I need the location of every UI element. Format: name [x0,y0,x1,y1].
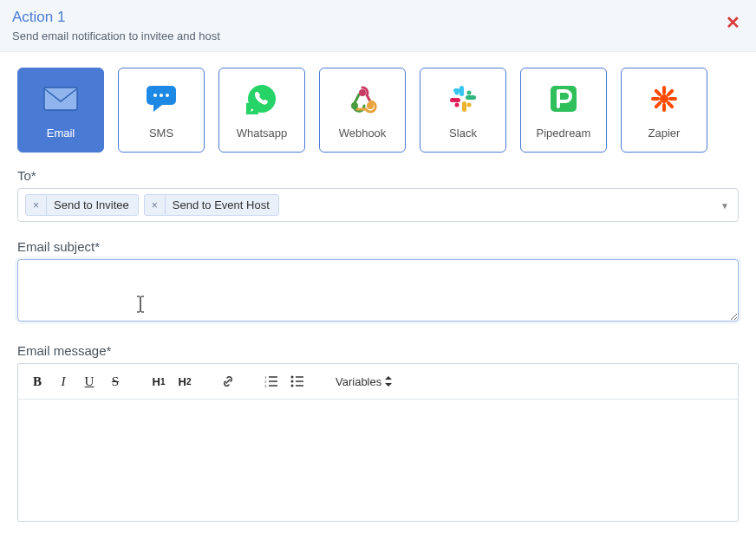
chip-label: Send to Event Host [166,195,278,215]
to-input[interactable]: × Send to Invitee × Send to Event Host ▼ [17,188,739,222]
strike-button[interactable]: S [103,369,127,393]
chip-remove-icon[interactable]: × [26,196,47,215]
svg-point-3 [160,94,163,97]
channel-email[interactable]: Email [17,68,104,153]
svg-rect-19 [662,103,666,112]
channel-label: Zapier [648,127,681,140]
recipient-chip-host: × Send to Event Host [144,194,279,216]
close-icon[interactable]: ✕ [726,14,740,31]
sms-icon [144,81,179,116]
svg-point-35 [291,385,294,387]
svg-point-26 [660,94,668,103]
header-title: Action 1 [12,9,744,26]
subject-input[interactable] [17,259,739,322]
modal-header: Action 1 Send email notification to invi… [0,0,756,52]
svg-point-34 [291,380,294,383]
svg-rect-9 [459,86,464,96]
channel-selector: Email SMS [17,68,739,153]
to-label: To* [17,168,739,183]
channel-label: SMS [149,127,173,140]
svg-rect-11 [462,101,466,112]
svg-rect-21 [668,97,677,101]
channel-label: Whatsapp [237,127,288,140]
svg-point-14 [467,90,472,94]
chip-remove-icon[interactable]: × [145,196,166,215]
svg-rect-10 [466,95,476,100]
svg-rect-22 [666,88,675,96]
channel-label: Webhook [339,127,387,140]
email-icon [43,81,78,116]
svg-rect-23 [654,101,662,109]
svg-point-5 [248,85,276,113]
svg-point-15 [467,102,472,107]
svg-point-33 [291,376,294,379]
message-label: Email message* [17,343,739,358]
message-body[interactable] [18,400,738,521]
unordered-list-button[interactable] [285,369,310,393]
svg-rect-24 [654,88,662,96]
variables-label: Variables [336,375,381,388]
chip-label: Send to Invitee [47,195,138,215]
channel-sms[interactable]: SMS [118,68,205,153]
header-subtitle: Send email notification to invitee and h… [12,29,744,42]
modal-body: Email SMS [0,52,756,530]
variables-dropdown[interactable]: Variables [329,375,399,388]
svg-point-8 [367,102,374,109]
webhook-icon [345,81,380,116]
underline-button[interactable]: U [77,369,101,393]
ordered-list-button[interactable]: 123 [259,369,284,393]
svg-point-13 [455,90,459,94]
channel-whatsapp[interactable]: Whatsapp [218,68,305,153]
italic-button[interactable]: I [51,369,75,393]
recipient-chip-invitee: × Send to Invitee [25,194,139,216]
slack-icon [446,81,480,116]
svg-point-4 [166,94,169,97]
channel-pipedream[interactable]: Pipedream [520,68,607,153]
channel-label: Slack [449,127,477,140]
chevron-down-icon[interactable]: ▼ [720,200,729,210]
channel-webhook[interactable]: Webhook [319,68,406,153]
whatsapp-icon [244,81,279,116]
zapier-icon [647,81,681,116]
svg-text:3: 3 [264,384,267,388]
sort-icon [385,376,392,387]
channel-label: Pipedream [537,127,591,140]
svg-rect-20 [651,97,660,101]
message-editor: B I U S H1 H2 123 Variables [17,363,739,522]
editor-toolbar: B I U S H1 H2 123 Variables [18,364,738,400]
h2-button[interactable]: H2 [173,369,197,393]
link-button[interactable] [216,369,240,393]
channel-slack[interactable]: Slack [420,68,506,153]
svg-point-7 [351,102,358,109]
subject-label: Email subject* [17,239,739,254]
svg-point-2 [153,94,157,97]
svg-point-6 [359,89,366,96]
channel-zapier[interactable]: Zapier [621,68,707,153]
h1-button[interactable]: H1 [147,369,171,393]
svg-point-16 [455,102,459,107]
svg-rect-25 [666,101,675,109]
svg-rect-18 [662,86,666,94]
pipedream-icon [546,81,581,116]
bold-button[interactable]: B [25,369,49,393]
svg-rect-0 [44,88,77,110]
channel-label: Email [47,127,75,140]
svg-rect-12 [450,98,460,102]
